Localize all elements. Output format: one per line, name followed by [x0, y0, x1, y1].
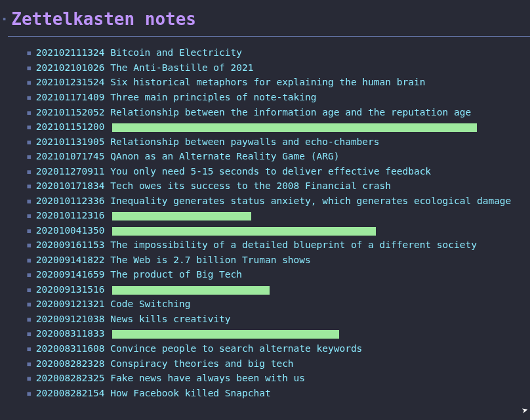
note-link[interactable]: 202102111324 Bitcoin and Electricity: [36, 46, 242, 60]
bullet-icon: ▪: [26, 342, 32, 356]
note-id: 202011270911: [36, 166, 105, 177]
note-id: 202102111324: [36, 47, 105, 58]
redacted-title: [112, 227, 376, 236]
note-link[interactable]: 202009131516: [36, 283, 270, 297]
note-id: 202009121321: [36, 299, 105, 309]
bullet-icon: ▪: [26, 283, 32, 297]
bullet-icon: ▪: [26, 150, 32, 164]
note-id: 202010041350: [36, 225, 105, 236]
note-id: 202009121038: [36, 314, 105, 324]
bullet-icon: ▪: [26, 253, 32, 268]
note-id: 202009141822: [36, 255, 105, 265]
note-id: 202008311608: [36, 343, 105, 354]
note-title: Code Switching: [110, 299, 190, 309]
note-link[interactable]: 202102101026 The Anti-Bastille of 2021: [36, 61, 254, 75]
note-link[interactable]: 202010171834 Tech owes its success to th…: [36, 179, 391, 194]
note-id: 202008282328: [36, 358, 105, 369]
list-item: ▪202101071745 QAnon as an Alternate Real…: [26, 150, 530, 165]
note-title: QAnon as an Alternate Reality Game (ARG): [110, 151, 339, 161]
note-link[interactable]: 202009141822 The Web is 2.7 billion Trum…: [36, 253, 311, 268]
bullet-icon: ▪: [26, 209, 32, 223]
bullet-icon: ▪: [26, 61, 32, 75]
note-link[interactable]: 202011270911 You only need 5-15 seconds …: [36, 165, 431, 179]
list-item: ▪202102101026 The Anti-Bastille of 2021: [26, 61, 530, 76]
note-title: News kills creativity: [110, 314, 230, 324]
list-item: ▪202011270911 You only need 5-15 seconds…: [26, 164, 530, 179]
note-title: Relationship between the information age…: [110, 107, 471, 117]
bullet-icon: ▪: [26, 46, 32, 60]
note-id: 202101152052: [36, 107, 105, 117]
note-link[interactable]: 202101071745 QAnon as an Alternate Reali…: [36, 150, 340, 164]
note-link[interactable]: 202101151200: [36, 120, 478, 135]
list-item: ▪202008282328 Conspiracy theories and bi…: [26, 356, 530, 371]
note-link[interactable]: 202008282328 Conspiracy theories and big…: [36, 357, 294, 371]
note-title: You only need 5-15 seconds to deliver ef…: [110, 166, 431, 177]
page-heading: · Zettelkasten notes: [0, 7, 530, 32]
list-item: ▪202009141822 The Web is 2.7 billion Tru…: [26, 253, 530, 268]
note-id: 202101131905: [36, 136, 105, 147]
note-title: Relationship between paywalls and echo-c…: [110, 136, 379, 147]
list-item: ▪202008311833: [26, 327, 530, 342]
list-item: ▪202009161153 The impossibility of a det…: [26, 238, 530, 253]
note-id: 202008311833: [36, 328, 105, 339]
note-title: The product of Big Tech: [110, 269, 242, 280]
note-id: 202101151200: [36, 121, 105, 132]
bullet-icon: ▪: [26, 106, 32, 120]
list-item: ▪202009121321 Code Switching: [26, 297, 530, 312]
note-id: 202008282154: [36, 388, 105, 398]
bullet-icon: ▪: [26, 371, 32, 386]
list-item: ▪202101152052 Relationship between the i…: [26, 105, 530, 120]
bullet-icon: ▪: [26, 194, 32, 209]
list-item: ▪202101231524 Six historical metaphors f…: [26, 75, 530, 91]
horizontal-rule: [8, 36, 530, 37]
note-title: The Anti-Bastille of 2021: [110, 62, 253, 73]
note-title: How Facebook killed Snapchat: [110, 388, 270, 398]
note-id: 202101231524: [36, 77, 105, 87]
list-item: ▪202009121038 News kills creativity: [26, 312, 530, 327]
note-link[interactable]: 202101171409 Three main principles of no…: [36, 91, 317, 105]
mouse-cursor: ➤: [520, 402, 530, 419]
note-link[interactable]: 202010112336 Inequality generates status…: [36, 194, 512, 209]
bullet-icon: ▪: [26, 357, 32, 371]
list-item: ▪202009141659 The product of Big Tech: [26, 268, 530, 283]
list-item: ▪202008282154 How Facebook killed Snapch…: [26, 386, 530, 401]
bullet-icon: ▪: [26, 238, 32, 253]
note-link[interactable]: 202101231524 Six historical metaphors fo…: [36, 75, 426, 90]
note-title: Bitcoin and Electricity: [110, 47, 242, 58]
redacted-title: [112, 123, 477, 132]
note-title: Six historical metaphors for explaining …: [110, 77, 425, 87]
list-item: ▪202010112336 Inequality generates statu…: [26, 194, 530, 209]
note-link[interactable]: 202008282154 How Facebook killed Snapcha…: [36, 387, 271, 401]
note-id: 202010112316: [36, 210, 105, 220]
note-link[interactable]: 202101152052 Relationship between the in…: [36, 106, 471, 120]
bullet-icon: ▪: [26, 312, 32, 327]
bullet-icon: ▪: [26, 268, 32, 282]
note-id: 202101071745: [36, 151, 105, 161]
note-link[interactable]: 202101131905 Relationship between paywal…: [36, 135, 380, 150]
note-link[interactable]: 202009141659 The product of Big Tech: [36, 268, 242, 282]
note-link[interactable]: 202010112316: [36, 209, 252, 223]
note-link[interactable]: 202008282325 Fake news have always been …: [36, 371, 305, 386]
list-item: ▪202010112316: [26, 209, 530, 224]
note-link[interactable]: 202009161153 The impossibility of a deta…: [36, 238, 477, 253]
page-title: Zettelkasten notes: [11, 7, 196, 32]
heading-marker: ·: [0, 9, 11, 30]
note-link[interactable]: 202010041350: [36, 224, 377, 238]
note-link[interactable]: 202009121321 Code Switching: [36, 297, 191, 312]
redacted-title: [112, 212, 251, 220]
list-item: ▪202101151200: [26, 120, 530, 135]
note-link[interactable]: 202008311833: [36, 327, 340, 341]
note-title: Tech owes its success to the 2008 Financ…: [110, 180, 391, 191]
note-title: Inequality generates status anxiety, whi…: [110, 196, 511, 206]
note-title: Conspiracy theories and big tech: [110, 358, 293, 369]
redacted-title: [112, 286, 270, 295]
list-item: ▪202010041350: [26, 223, 530, 238]
note-title: Convince people to search alternate keyw…: [110, 343, 362, 354]
note-link[interactable]: 202009121038 News kills creativity: [36, 312, 231, 327]
note-link[interactable]: 202008311608 Convince people to search a…: [36, 342, 363, 356]
bullet-icon: ▪: [26, 91, 32, 105]
note-id: 202102101026: [36, 62, 105, 73]
note-id: 202009161153: [36, 240, 105, 250]
bullet-icon: ▪: [26, 387, 32, 401]
note-id: 202010112336: [36, 196, 105, 206]
